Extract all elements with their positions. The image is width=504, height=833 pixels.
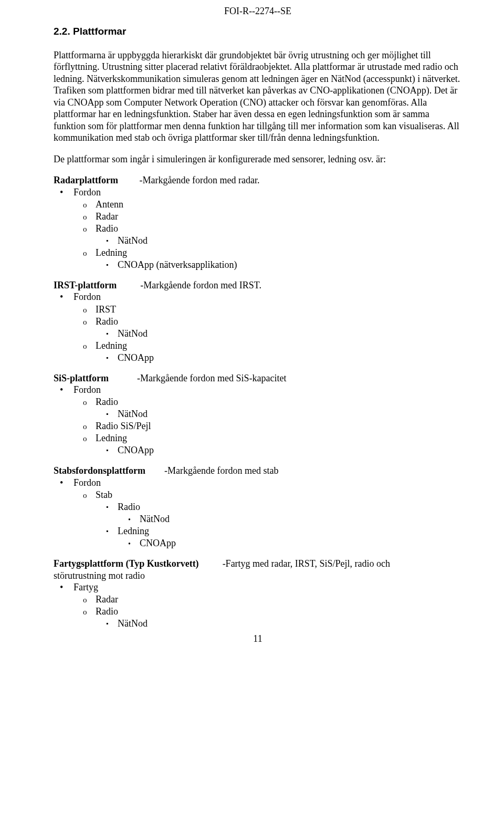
list-label: Ledning xyxy=(96,340,127,351)
list-item: Radio NätNod xyxy=(96,316,462,340)
list-item: Fordon Stab Radio NätNod Ledning CNOApp xyxy=(74,477,462,549)
list-item: NätNod xyxy=(118,328,462,340)
list-item: Radio NätNod xyxy=(96,223,462,247)
platform-fartyg: Fartygsplattform (Typ Kustkorvett) -Fart… xyxy=(54,558,462,630)
platform-irst-desc: -Markgående fordon med IRST. xyxy=(140,280,261,290)
list-item: IRST xyxy=(96,304,462,316)
list-item: Fordon IRST Radio NätNod Ledning CNOApp xyxy=(74,291,462,363)
list-label: Radio xyxy=(96,316,118,327)
platform-stab: Stabsfordonsplattform -Markgående fordon… xyxy=(54,465,462,549)
list-item: CNOApp (nätverksapplikation) xyxy=(118,259,462,271)
list-item: Ledning CNOApp (nätverksapplikation) xyxy=(96,247,462,271)
list-item: NätNod xyxy=(118,235,462,247)
list-label: Fartyg xyxy=(74,582,98,592)
list-label: Stab xyxy=(96,490,112,500)
list-item: NätNod xyxy=(140,513,462,525)
platform-irst-name: IRST-plattform xyxy=(54,280,117,290)
list-label: Fordon xyxy=(74,384,101,395)
list-label: Ledning xyxy=(96,247,127,258)
list-label: Ledning xyxy=(118,526,149,536)
platform-radar-name: Radarplattform xyxy=(54,175,118,185)
platform-sis-name: SiS-plattform xyxy=(54,373,109,383)
list-label: Radio xyxy=(96,223,118,234)
list-label: Radio xyxy=(96,397,118,407)
list-item: Radio NätNod xyxy=(96,606,462,630)
list-label: Fordon xyxy=(74,187,101,197)
list-item: CNOApp xyxy=(118,352,462,364)
list-item: Fordon Antenn Radar Radio NätNod Ledning… xyxy=(74,186,462,271)
platform-stab-name: Stabsfordonsplattform xyxy=(54,465,145,476)
body-paragraph-1: Plattformarna är uppbyggda hierarkiskt d… xyxy=(54,49,462,144)
platform-radar-desc: -Markgående fordon med radar. xyxy=(139,175,259,185)
list-item: Antenn xyxy=(96,199,462,211)
platform-stab-desc: -Markgående fordon med stab xyxy=(164,465,278,476)
list-label: Radio xyxy=(96,606,118,617)
document-code: FOI-R--2274--SE xyxy=(224,5,291,17)
platform-radar: Radarplattform -Markgående fordon med ra… xyxy=(54,174,462,271)
list-label: Fordon xyxy=(74,477,101,488)
list-item: Radio SiS/Pejl xyxy=(96,420,462,432)
platform-irst: IRST-plattform -Markgående fordon med IR… xyxy=(54,279,462,364)
list-item: Ledning CNOApp xyxy=(96,432,462,456)
list-label: Ledning xyxy=(96,433,127,443)
platform-sis-desc: -Markgående fordon med SiS-kapacitet xyxy=(137,373,286,383)
list-item: NätNod xyxy=(118,618,462,630)
list-item: CNOApp xyxy=(118,444,462,456)
list-label: Radio xyxy=(118,502,140,512)
platform-sis: SiS-plattform -Markgående fordon med SiS… xyxy=(54,372,462,457)
page-number: 11 xyxy=(54,633,462,645)
list-item: Radio NätNod xyxy=(96,396,462,420)
list-item: Fartyg Radar Radio NätNod xyxy=(74,581,462,630)
list-item: CNOApp xyxy=(140,537,462,549)
list-item: Stab Radio NätNod Ledning CNOApp xyxy=(96,489,462,549)
platform-fartyg-desc: -Fartyg med radar, IRST, SiS/Pejl, radio… xyxy=(223,558,390,569)
list-item: Radio NätNod xyxy=(118,501,462,525)
list-item: Radar xyxy=(96,211,462,223)
list-item: Ledning CNOApp xyxy=(96,340,462,364)
section-heading: 2.2. Plattformar xyxy=(54,25,462,38)
list-item: Fordon Radio NätNod Radio SiS/Pejl Ledni… xyxy=(74,384,462,456)
list-label: Fordon xyxy=(74,291,101,302)
platform-fartyg-desc-line2: störutrustning mot radio xyxy=(54,570,462,582)
platform-fartyg-name: Fartygsplattform (Typ Kustkorvett) xyxy=(54,558,199,569)
list-item: Radar xyxy=(96,593,462,606)
list-item: NätNod xyxy=(118,408,462,420)
list-item: Ledning CNOApp xyxy=(118,525,462,549)
body-paragraph-2: De plattformar som ingår i simuleringen … xyxy=(54,153,462,165)
